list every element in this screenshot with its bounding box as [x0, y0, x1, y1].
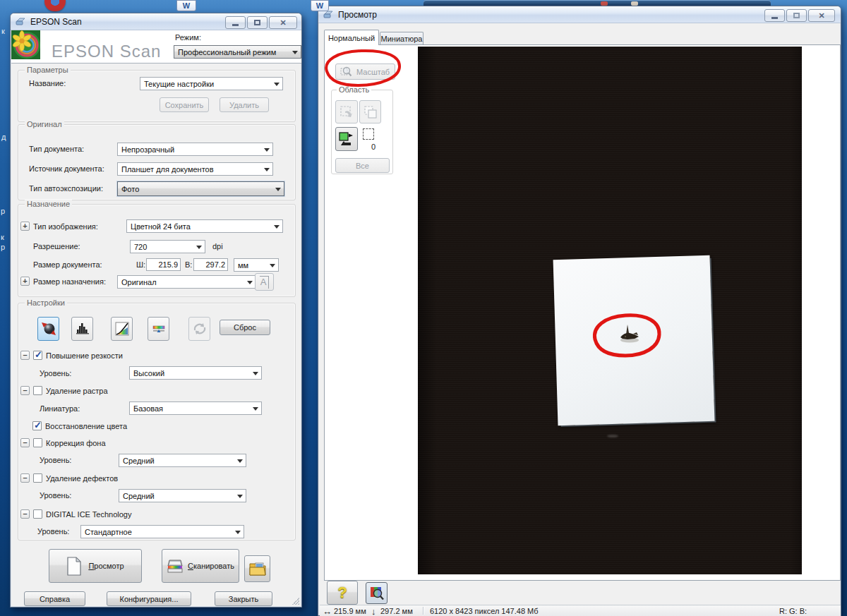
target-size-value: Оригинал — [121, 278, 157, 286]
target-size-select[interactable]: Оригинал — [117, 275, 256, 289]
desktop-label-fragment: к — [1, 233, 4, 241]
desktop-label-fragment: р — [1, 243, 5, 251]
tab-normal[interactable]: Нормальный — [324, 30, 379, 45]
doc-size-label: Размер документа: — [33, 260, 102, 269]
chevron-down-icon — [244, 276, 256, 288]
doc-type-select[interactable]: Непрозрачный — [117, 143, 273, 156]
sharpen-level-select[interactable]: Высокий — [129, 366, 262, 380]
file-save-settings-button[interactable] — [244, 555, 270, 582]
chevron-down-icon — [234, 490, 246, 502]
backlight-level-select[interactable]: Средний — [119, 454, 246, 467]
delete-button[interactable]: Удалить — [220, 97, 269, 112]
duplicate-marquee-button[interactable] — [359, 100, 381, 123]
mode-select[interactable]: Профессиональный режим — [174, 45, 301, 59]
scanner-icon — [167, 557, 184, 574]
status-bar: ↔ 215.9 мм ↓ 297.2 мм 6120 x 8423 пиксел… — [320, 605, 841, 616]
sharpen-checkbox[interactable] — [33, 351, 42, 360]
select-all-button[interactable]: Все — [335, 158, 390, 173]
chevron-down-icon — [272, 182, 284, 195]
color-adjust-tool-button[interactable] — [148, 317, 169, 341]
epson-logo — [11, 30, 40, 59]
name-select[interactable]: Текущие настройки — [140, 77, 283, 90]
maximize-button[interactable] — [247, 16, 268, 29]
descreen-checkbox[interactable] — [33, 386, 42, 395]
chevron-down-icon — [193, 241, 205, 253]
descreen-level-select[interactable]: Базовая — [129, 401, 262, 415]
expand-image-type-button[interactable] — [20, 222, 30, 231]
size-unit-select[interactable]: мм — [234, 258, 279, 272]
sharpen-level-label: Уровень: — [40, 369, 71, 378]
densitometer-button[interactable] — [366, 582, 388, 604]
minimize-button[interactable] — [225, 16, 246, 29]
size-unit-value: мм — [238, 261, 248, 270]
collapse-descreen-button[interactable] — [20, 386, 30, 395]
save-button[interactable]: Сохранить — [160, 97, 209, 112]
pixel-size-status: 6120 x 8423 пиксел 147.48 Мб — [430, 607, 539, 615]
expand-target-size-button[interactable] — [20, 277, 30, 286]
reset-button[interactable]: Сброс — [220, 320, 270, 335]
ice-checkbox[interactable] — [33, 509, 42, 519]
histogram-tool-button[interactable] — [71, 317, 93, 341]
collapse-dust-button[interactable] — [20, 473, 30, 483]
close-button[interactable]: ✕ — [269, 16, 297, 29]
scan-button[interactable]: Сканировать — [162, 549, 239, 583]
height-field[interactable] — [193, 258, 228, 271]
close-icon: ✕ — [818, 11, 824, 20]
doc-source-select[interactable]: Планшет для документов — [117, 162, 273, 176]
zoom-scale-button[interactable]: Масштаб — [335, 64, 395, 80]
color-restore-checkbox[interactable] — [32, 421, 42, 430]
dust-level-label: Уровень: — [40, 491, 71, 500]
word-doc-icon[interactable]: W — [176, 0, 196, 11]
rgb-status: R: G: B: — [779, 607, 807, 615]
dust-checkbox[interactable] — [33, 473, 42, 483]
doc-width-status: 215.9 мм — [334, 607, 366, 615]
image-type-select[interactable]: Цветной 24 бита — [126, 219, 283, 233]
auto-exposure-select[interactable]: Фото — [117, 181, 284, 196]
collapse-backlight-button[interactable] — [20, 438, 30, 447]
resolution-select[interactable]: 720 — [130, 240, 205, 253]
auto-exposure-tool-button[interactable] — [37, 317, 59, 341]
lock-ratio-button[interactable]: A — [255, 273, 274, 291]
backlight-checkbox[interactable] — [33, 438, 42, 447]
doc-height-status: 297.2 мм — [380, 607, 413, 615]
minimize-button[interactable] — [764, 9, 785, 22]
delete-marquee-button[interactable] — [335, 100, 358, 123]
taskbar-media-icon[interactable] — [44, 0, 66, 11]
resize-grip[interactable] — [292, 598, 299, 605]
color-palette-tool-button[interactable] — [188, 317, 210, 341]
sharpen-label: Повышение резкости — [46, 351, 123, 360]
tone-curve-tool-button[interactable] — [111, 317, 133, 341]
descreen-level-label: Линиатура: — [40, 404, 80, 413]
width-field[interactable] — [146, 258, 181, 271]
scan-image[interactable] — [418, 47, 802, 574]
h-arrow-icon: ↔ — [323, 606, 332, 616]
word-doc-icon[interactable]: W — [311, 0, 329, 11]
chevron-down-icon — [260, 163, 272, 175]
preview-button[interactable]: Просмотр — [49, 549, 142, 583]
close-dialog-button[interactable]: Закрыть — [215, 591, 272, 606]
close-button[interactable]: ✕ — [808, 9, 835, 22]
descreen-level-value: Базовая — [133, 404, 163, 413]
close-icon: ✕ — [280, 18, 286, 28]
help-button[interactable]: Справка — [24, 591, 85, 606]
desktop-label-fragment: р — [1, 207, 5, 215]
preview-titlebar[interactable]: Просмотр — [318, 6, 841, 23]
magnifier-icon — [340, 66, 352, 78]
auto-exposure-value: Фото — [121, 185, 139, 193]
color-adjust-icon — [151, 321, 167, 337]
maximize-button[interactable] — [786, 9, 807, 22]
dust-level-select[interactable]: Средний — [119, 489, 246, 502]
chevron-down-icon — [249, 402, 261, 414]
collapse-ice-button[interactable] — [20, 509, 30, 519]
preview-help-button[interactable]: ? — [327, 581, 358, 605]
configuration-button[interactable]: Конфигурация... — [107, 591, 191, 606]
ice-level-select[interactable]: Стандартное — [80, 525, 244, 538]
image-type-value: Цветной 24 бита — [131, 222, 191, 231]
tab-thumbnail[interactable]: Миниатюра — [380, 32, 424, 45]
ice-label: DIGITAL ICE Technology — [46, 510, 131, 519]
word-letter: W — [183, 1, 190, 10]
collapse-sharpen-button[interactable] — [20, 351, 30, 360]
auto-locate-button[interactable] — [335, 127, 358, 151]
chevron-down-icon — [270, 78, 282, 90]
marquee-count-icon — [363, 128, 374, 140]
